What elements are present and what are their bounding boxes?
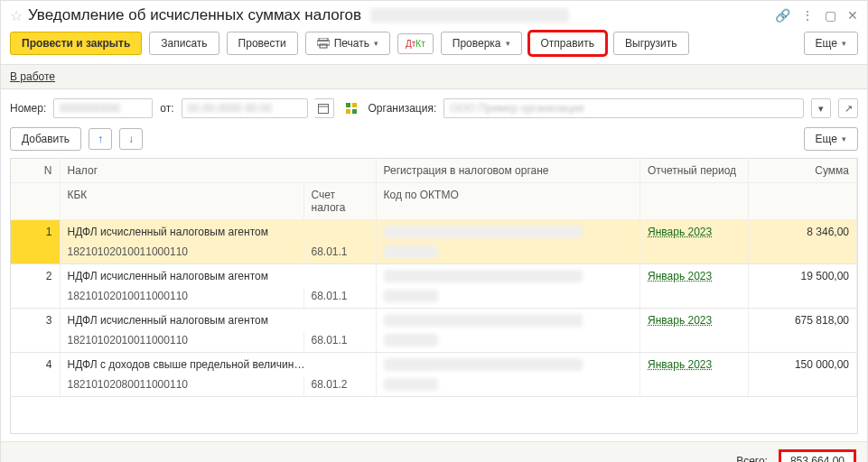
- cell-sum: 8 346,00: [749, 220, 857, 245]
- cell-tax: НДФЛ с доходов свыше предельной величин…: [60, 353, 376, 377]
- number-input[interactable]: 0000000000: [53, 98, 153, 118]
- total-value: 853 664,00: [780, 451, 854, 462]
- tax-grid[interactable]: N Налог Регистрация в налоговом органе О…: [10, 158, 858, 434]
- table-row[interactable]: 4НДФЛ с доходов свыше предельной величин…: [11, 353, 857, 377]
- total-label: Всего:: [736, 455, 768, 462]
- cell-acct: 68.01.2: [303, 376, 376, 397]
- cell-oktmo: xxxxxx: [376, 288, 640, 309]
- col-header-n[interactable]: N: [11, 159, 60, 183]
- svg-rect-5: [346, 103, 350, 107]
- window-restore-icon[interactable]: ▢: [825, 8, 836, 23]
- cell-n: 4: [11, 353, 60, 377]
- more-button[interactable]: Еще ▾: [804, 32, 858, 55]
- number-label: Номер:: [10, 102, 46, 115]
- cell-oktmo: xxxxxx: [376, 244, 640, 264]
- col-header-kbk[interactable]: КБК: [60, 183, 303, 220]
- cell-oktmo: xxxxxx: [376, 376, 640, 397]
- cell-n: 3: [11, 309, 60, 333]
- svg-rect-3: [319, 105, 329, 114]
- chevron-down-icon: ▾: [842, 134, 846, 143]
- cell-period[interactable]: Январь 2023: [640, 353, 749, 377]
- title-blurred-suffix: [370, 8, 569, 23]
- org-dropdown-icon[interactable]: ▾: [811, 98, 831, 118]
- more-label: Еще: [816, 37, 837, 50]
- cell-period[interactable]: Январь 2023: [640, 220, 749, 245]
- cell-period[interactable]: Январь 2023: [640, 264, 749, 289]
- cell-tax: НДФЛ исчисленный налоговым агентом: [60, 264, 376, 289]
- status-link[interactable]: В работе: [10, 70, 55, 83]
- cell-period[interactable]: Январь 2023: [640, 309, 749, 333]
- compare-icon: ДтКт: [406, 39, 425, 49]
- cell-sum: 150 000,00: [749, 353, 857, 377]
- table-row-sub[interactable]: 1821010208001100011068.01.2xxxxxx: [11, 376, 857, 397]
- table-row[interactable]: 3НДФЛ исчисленный налоговым агентомxxxxx…: [11, 309, 857, 333]
- col-header-sum[interactable]: Сумма: [749, 159, 857, 183]
- cell-reg: xxxxxxxxxxxxxxxxxxxxxx: [376, 309, 640, 333]
- cell-tax: НДФЛ исчисленный налоговым агентом: [60, 309, 376, 333]
- printer-icon: [317, 38, 330, 49]
- cell-kbk: 18210102080011000110: [60, 376, 303, 397]
- cell-n: 2: [11, 264, 60, 289]
- cell-kbk: 18210102010011000110: [60, 332, 303, 353]
- chevron-down-icon: ▾: [506, 39, 510, 48]
- date-input[interactable]: 00.00.0000 00:00: [182, 98, 308, 118]
- table-row-sub[interactable]: 1821010201001100011068.01.1xxxxxx: [11, 244, 857, 264]
- favorite-star-icon[interactable]: ☆: [10, 7, 23, 24]
- calendar-icon[interactable]: [314, 98, 334, 118]
- col-header-period[interactable]: Отчетный период: [640, 159, 749, 183]
- cell-oktmo: xxxxxx: [376, 332, 640, 353]
- check-label: Проверка: [453, 37, 501, 50]
- col-header-reg[interactable]: Регистрация в налоговом органе: [376, 159, 640, 183]
- col-header-oktmo[interactable]: Код по ОКТМО: [376, 183, 640, 220]
- cell-reg: xxxxxxxxxxxxxxxxxxxxxx: [376, 353, 640, 377]
- table-row-sub[interactable]: 1821010201001100011068.01.1xxxxxx: [11, 288, 857, 309]
- cell-acct: 68.01.1: [303, 288, 376, 309]
- svg-rect-8: [352, 109, 357, 114]
- cell-acct: 68.01.1: [303, 332, 376, 353]
- cell-kbk: 18210102010011000110: [60, 244, 303, 264]
- org-label: Организация:: [369, 102, 437, 115]
- cell-reg: xxxxxxxxxxxxxxxxxxxxxx: [376, 220, 640, 245]
- compare-button[interactable]: ДтКт: [397, 33, 434, 54]
- table-more-button[interactable]: Еще ▾: [804, 127, 858, 151]
- send-button[interactable]: Отправить: [529, 32, 607, 55]
- org-input[interactable]: ООО Пример организации: [443, 98, 804, 118]
- post-and-close-button[interactable]: Провести и закрыть: [10, 32, 142, 55]
- cell-kbk: 18210102010011000110: [60, 288, 303, 309]
- check-button[interactable]: Проверка ▾: [441, 32, 522, 55]
- save-button[interactable]: Записать: [149, 32, 219, 55]
- chevron-down-icon: ▾: [842, 39, 846, 48]
- kebab-menu-icon[interactable]: ⋮: [801, 8, 814, 23]
- post-button[interactable]: Провести: [227, 32, 298, 55]
- window-close-icon[interactable]: ✕: [847, 8, 858, 23]
- print-label: Печать: [334, 37, 369, 50]
- add-row-button[interactable]: Добавить: [10, 127, 81, 151]
- move-up-button[interactable]: ↑: [89, 128, 112, 150]
- window-title: Уведомление об исчисленных суммах налого…: [28, 6, 361, 24]
- svg-rect-6: [352, 103, 357, 107]
- cell-sum: 19 500,00: [749, 264, 857, 289]
- table-row-sub[interactable]: 1821010201001100011068.01.1xxxxxx: [11, 332, 857, 353]
- col-header-acct[interactable]: Счет налога: [303, 183, 376, 220]
- print-button[interactable]: Печать ▾: [305, 32, 390, 55]
- cell-tax: НДФЛ исчисленный налоговым агентом: [60, 220, 376, 245]
- move-down-button[interactable]: ↓: [119, 128, 143, 150]
- svg-rect-7: [346, 109, 350, 114]
- cell-acct: 68.01.1: [303, 244, 376, 264]
- table-row[interactable]: 2НДФЛ исчисленный налоговым агентомxxxxx…: [11, 264, 857, 289]
- link-icon[interactable]: 🔗: [775, 8, 790, 23]
- col-header-tax[interactable]: Налог: [60, 159, 376, 183]
- chevron-down-icon: ▾: [374, 39, 378, 48]
- cell-n: 1: [11, 220, 60, 245]
- table-row[interactable]: 1НДФЛ исчисленный налоговым агентомxxxxx…: [11, 220, 857, 245]
- export-button[interactable]: Выгрузить: [613, 32, 689, 55]
- table-more-label: Еще: [816, 133, 837, 145]
- org-picker-icon[interactable]: [341, 98, 361, 118]
- cell-reg: xxxxxxxxxxxxxxxxxxxxxx: [376, 264, 640, 289]
- cell-sum: 675 818,00: [749, 309, 857, 333]
- from-label: от:: [160, 102, 173, 115]
- org-open-icon[interactable]: ↗: [838, 98, 858, 118]
